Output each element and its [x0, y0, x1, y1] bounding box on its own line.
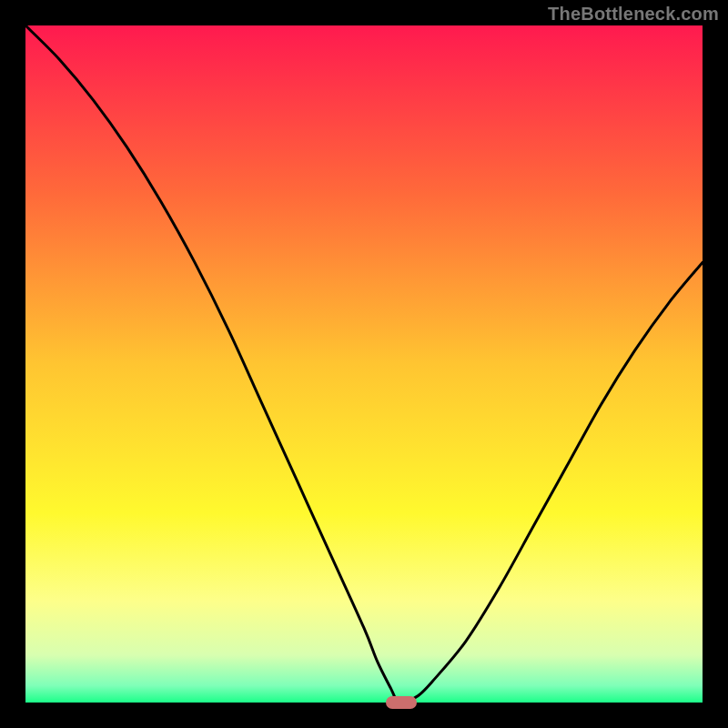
watermark-text: TheBottleneck.com: [548, 4, 719, 25]
chart-svg: [25, 25, 703, 703]
chart-container: TheBottleneck.com: [0, 0, 728, 728]
plot-area: [25, 25, 703, 703]
heat-background: [25, 25, 703, 703]
optimal-marker: [386, 696, 416, 709]
